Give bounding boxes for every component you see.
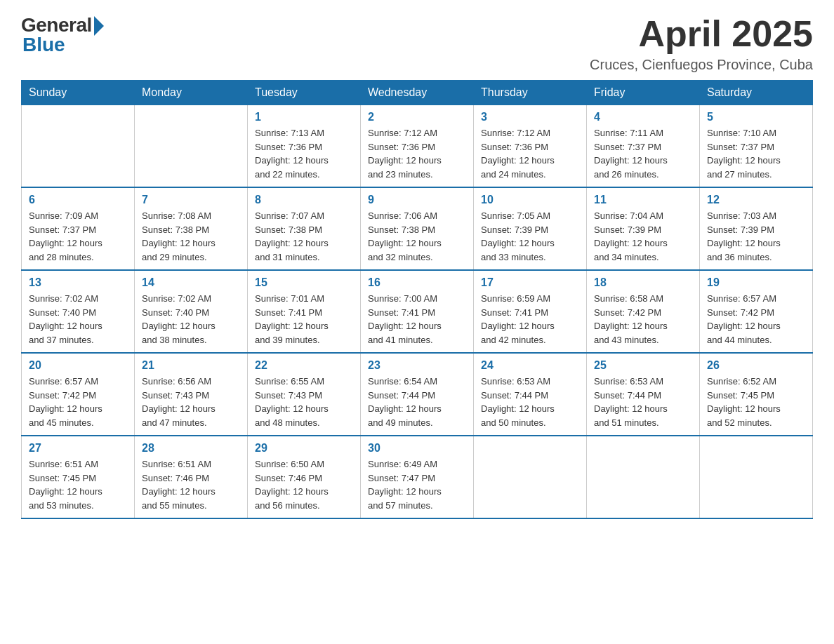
day-number: 24	[481, 359, 579, 372]
calendar-cell: 26Sunrise: 6:52 AMSunset: 7:45 PMDayligh…	[700, 353, 813, 436]
calendar-week-4: 20Sunrise: 6:57 AMSunset: 7:42 PMDayligh…	[22, 353, 813, 436]
day-info: Sunrise: 7:08 AMSunset: 7:38 PMDaylight:…	[142, 209, 240, 264]
calendar-cell: 3Sunrise: 7:12 AMSunset: 7:36 PMDaylight…	[474, 105, 587, 188]
day-info: Sunrise: 6:53 AMSunset: 7:44 PMDaylight:…	[481, 375, 579, 429]
day-number: 23	[368, 359, 466, 372]
weekday-header-saturday: Saturday	[700, 81, 813, 105]
calendar-cell: 18Sunrise: 6:58 AMSunset: 7:42 PMDayligh…	[587, 270, 700, 353]
calendar-cell: 21Sunrise: 6:56 AMSunset: 7:43 PMDayligh…	[135, 353, 248, 436]
day-info: Sunrise: 7:02 AMSunset: 7:40 PMDaylight:…	[29, 292, 127, 347]
calendar-cell: 2Sunrise: 7:12 AMSunset: 7:36 PMDaylight…	[361, 105, 474, 188]
day-number: 5	[707, 111, 805, 123]
weekday-header-thursday: Thursday	[474, 81, 587, 105]
day-info: Sunrise: 7:11 AMSunset: 7:37 PMDaylight:…	[594, 126, 692, 181]
calendar-cell: 19Sunrise: 6:57 AMSunset: 7:42 PMDayligh…	[700, 270, 813, 353]
day-number: 18	[594, 276, 692, 289]
day-info: Sunrise: 7:05 AMSunset: 7:39 PMDaylight:…	[481, 209, 579, 264]
day-info: Sunrise: 6:52 AMSunset: 7:45 PMDaylight:…	[707, 375, 805, 429]
day-number: 6	[29, 194, 127, 206]
calendar-cell: 11Sunrise: 7:04 AMSunset: 7:39 PMDayligh…	[587, 187, 700, 270]
calendar-cell: 27Sunrise: 6:51 AMSunset: 7:45 PMDayligh…	[22, 436, 135, 518]
day-number: 28	[142, 442, 240, 455]
calendar-cell: 28Sunrise: 6:51 AMSunset: 7:46 PMDayligh…	[135, 436, 248, 518]
day-info: Sunrise: 7:00 AMSunset: 7:41 PMDaylight:…	[368, 292, 466, 347]
day-number: 9	[368, 194, 466, 206]
day-info: Sunrise: 7:03 AMSunset: 7:39 PMDaylight:…	[707, 209, 805, 264]
day-info: Sunrise: 6:59 AMSunset: 7:41 PMDaylight:…	[481, 292, 579, 347]
logo: General Blue	[21, 14, 104, 56]
day-info: Sunrise: 7:02 AMSunset: 7:40 PMDaylight:…	[142, 292, 240, 347]
day-number: 27	[29, 442, 127, 455]
weekday-header-wednesday: Wednesday	[361, 81, 474, 105]
day-number: 30	[368, 442, 466, 455]
day-info: Sunrise: 6:56 AMSunset: 7:43 PMDaylight:…	[142, 375, 240, 429]
weekday-header-monday: Monday	[135, 81, 248, 105]
day-number: 7	[142, 194, 240, 206]
day-info: Sunrise: 6:58 AMSunset: 7:42 PMDaylight:…	[594, 292, 692, 347]
day-info: Sunrise: 6:53 AMSunset: 7:44 PMDaylight:…	[594, 375, 692, 429]
day-number: 1	[255, 111, 353, 123]
day-number: 3	[481, 111, 579, 123]
day-info: Sunrise: 7:09 AMSunset: 7:37 PMDaylight:…	[29, 209, 127, 264]
day-info: Sunrise: 6:49 AMSunset: 7:47 PMDaylight:…	[368, 457, 466, 512]
day-info: Sunrise: 7:06 AMSunset: 7:38 PMDaylight:…	[368, 209, 466, 264]
calendar-week-1: 1Sunrise: 7:13 AMSunset: 7:36 PMDaylight…	[22, 105, 813, 188]
day-info: Sunrise: 7:04 AMSunset: 7:39 PMDaylight:…	[594, 209, 692, 264]
day-info: Sunrise: 6:57 AMSunset: 7:42 PMDaylight:…	[29, 375, 127, 429]
calendar-cell: 25Sunrise: 6:53 AMSunset: 7:44 PMDayligh…	[587, 353, 700, 436]
logo-blue-text: Blue	[22, 34, 65, 56]
calendar-cell	[474, 436, 587, 518]
day-info: Sunrise: 7:01 AMSunset: 7:41 PMDaylight:…	[255, 292, 353, 347]
day-info: Sunrise: 7:13 AMSunset: 7:36 PMDaylight:…	[255, 126, 353, 181]
day-info: Sunrise: 6:50 AMSunset: 7:46 PMDaylight:…	[255, 457, 353, 512]
day-number: 8	[255, 194, 353, 206]
day-number: 2	[368, 111, 466, 123]
page-header: General Blue April 2025 Cruces, Cienfueg…	[21, 14, 813, 73]
day-number: 17	[481, 276, 579, 289]
calendar-cell: 10Sunrise: 7:05 AMSunset: 7:39 PMDayligh…	[474, 187, 587, 270]
day-number: 4	[594, 111, 692, 123]
calendar-cell: 1Sunrise: 7:13 AMSunset: 7:36 PMDaylight…	[248, 105, 361, 188]
day-number: 29	[255, 442, 353, 455]
calendar-cell: 13Sunrise: 7:02 AMSunset: 7:40 PMDayligh…	[22, 270, 135, 353]
calendar-cell: 15Sunrise: 7:01 AMSunset: 7:41 PMDayligh…	[248, 270, 361, 353]
calendar-week-3: 13Sunrise: 7:02 AMSunset: 7:40 PMDayligh…	[22, 270, 813, 353]
calendar-cell: 7Sunrise: 7:08 AMSunset: 7:38 PMDaylight…	[135, 187, 248, 270]
day-number: 20	[29, 359, 127, 372]
calendar-cell	[587, 436, 700, 518]
day-info: Sunrise: 7:07 AMSunset: 7:38 PMDaylight:…	[255, 209, 353, 264]
day-info: Sunrise: 7:12 AMSunset: 7:36 PMDaylight:…	[481, 126, 579, 181]
calendar-cell: 23Sunrise: 6:54 AMSunset: 7:44 PMDayligh…	[361, 353, 474, 436]
location: Cruces, Cienfuegos Province, Cuba	[590, 57, 813, 73]
logo-arrow-icon	[94, 16, 104, 36]
calendar-cell: 9Sunrise: 7:06 AMSunset: 7:38 PMDaylight…	[361, 187, 474, 270]
calendar-cell: 16Sunrise: 7:00 AMSunset: 7:41 PMDayligh…	[361, 270, 474, 353]
day-number: 21	[142, 359, 240, 372]
day-number: 22	[255, 359, 353, 372]
calendar-week-2: 6Sunrise: 7:09 AMSunset: 7:37 PMDaylight…	[22, 187, 813, 270]
calendar-table: SundayMondayTuesdayWednesdayThursdayFrid…	[21, 80, 813, 519]
day-info: Sunrise: 6:51 AMSunset: 7:45 PMDaylight:…	[29, 457, 127, 512]
day-info: Sunrise: 7:10 AMSunset: 7:37 PMDaylight:…	[707, 126, 805, 181]
calendar-cell	[700, 436, 813, 518]
calendar-cell: 22Sunrise: 6:55 AMSunset: 7:43 PMDayligh…	[248, 353, 361, 436]
calendar-cell: 24Sunrise: 6:53 AMSunset: 7:44 PMDayligh…	[474, 353, 587, 436]
calendar-cell: 17Sunrise: 6:59 AMSunset: 7:41 PMDayligh…	[474, 270, 587, 353]
day-info: Sunrise: 6:57 AMSunset: 7:42 PMDaylight:…	[707, 292, 805, 347]
day-info: Sunrise: 7:12 AMSunset: 7:36 PMDaylight:…	[368, 126, 466, 181]
calendar-cell: 20Sunrise: 6:57 AMSunset: 7:42 PMDayligh…	[22, 353, 135, 436]
day-number: 16	[368, 276, 466, 289]
calendar-cell: 8Sunrise: 7:07 AMSunset: 7:38 PMDaylight…	[248, 187, 361, 270]
calendar-week-5: 27Sunrise: 6:51 AMSunset: 7:45 PMDayligh…	[22, 436, 813, 518]
day-number: 13	[29, 276, 127, 289]
weekday-header-friday: Friday	[587, 81, 700, 105]
month-title: April 2025	[590, 14, 813, 54]
day-number: 26	[707, 359, 805, 372]
day-info: Sunrise: 6:54 AMSunset: 7:44 PMDaylight:…	[368, 375, 466, 429]
day-number: 15	[255, 276, 353, 289]
calendar-body: 1Sunrise: 7:13 AMSunset: 7:36 PMDaylight…	[22, 105, 813, 519]
calendar-cell: 14Sunrise: 7:02 AMSunset: 7:40 PMDayligh…	[135, 270, 248, 353]
calendar-cell: 5Sunrise: 7:10 AMSunset: 7:37 PMDaylight…	[700, 105, 813, 188]
day-number: 25	[594, 359, 692, 372]
day-number: 14	[142, 276, 240, 289]
